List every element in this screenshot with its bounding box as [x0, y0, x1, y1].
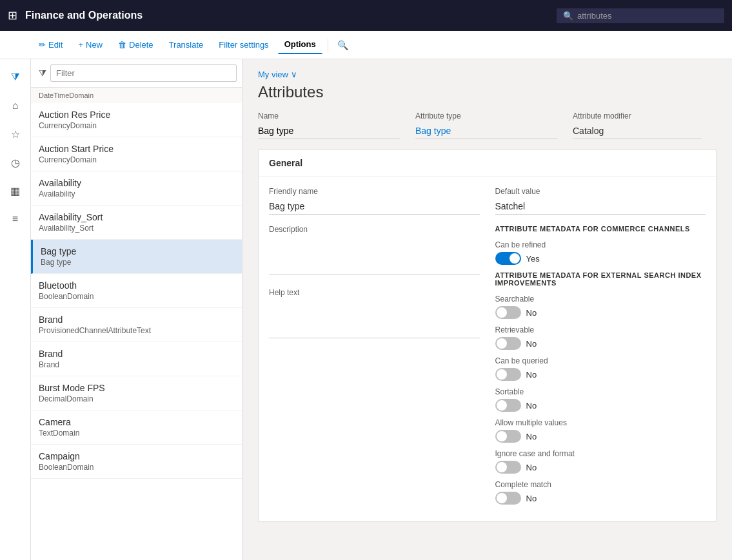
description-group: Description — [269, 225, 480, 278]
general-section-body: Friendly name Bag type Description Help … — [259, 177, 716, 521]
default-value-value: Satchel — [495, 198, 706, 215]
allow-multiple-values-toggle[interactable] — [495, 430, 521, 443]
can-be-queried-value: No — [526, 370, 537, 380]
view-selector-label: My view — [258, 70, 288, 79]
can-be-refined-toggle[interactable] — [495, 252, 521, 265]
workspaces-icon[interactable]: ▦ — [3, 178, 28, 204]
help-text-input[interactable] — [269, 300, 480, 338]
complete-match-group: Complete match No — [495, 480, 706, 505]
toolbar-separator — [328, 39, 328, 52]
edit-button[interactable]: ✏ Edit — [32, 36, 69, 53]
general-section-header: General — [259, 150, 716, 177]
delete-icon: 🗑 — [118, 40, 126, 50]
attribute-modifier-label: Attribute modifier — [573, 111, 702, 121]
main-layout: ⧩ ⌂ ☆ ◷ ▦ ≡ ⧩ DateTimeDomain Auction Res… — [0, 59, 732, 560]
list-item[interactable]: Bluetooth BooleanDomain — [31, 274, 242, 308]
help-text-group: Help text — [269, 288, 480, 341]
search-metadata-title: ATTRIBUTE METADATA FOR EXTERNAL SEARCH I… — [495, 271, 706, 287]
ignore-case-label: Ignore case and format — [495, 449, 706, 458]
sortable-value: No — [526, 401, 537, 410]
list-item-selected[interactable]: Bag type Bag type — [31, 240, 242, 274]
options-button[interactable]: Options — [278, 35, 322, 54]
name-label: Name — [258, 111, 400, 121]
list-items: DateTimeDomain Auction Res Price Currenc… — [31, 88, 242, 560]
searchable-label: Searchable — [495, 294, 706, 304]
list-item[interactable]: Availability Availability — [31, 171, 242, 206]
allow-multiple-values-group: Allow multiple values No — [495, 418, 706, 443]
complete-match-label: Complete match — [495, 480, 706, 489]
delete-button[interactable]: 🗑 Delete — [112, 36, 160, 53]
list-item[interactable]: Camera TextDomain — [31, 410, 242, 445]
can-be-queried-group: Can be queried No — [495, 356, 706, 381]
list-item[interactable]: Auction Start Price CurrencyDomain — [31, 137, 242, 171]
list-item[interactable]: Auction Res Price CurrencyDomain — [31, 103, 242, 137]
sortable-group: Sortable No — [495, 387, 706, 412]
sortable-label: Sortable — [495, 387, 706, 396]
can-be-queried-toggle[interactable] — [495, 368, 521, 381]
home-icon[interactable]: ⌂ — [3, 93, 28, 119]
filter-sidebar-icon[interactable]: ⧩ — [3, 64, 28, 90]
commerce-metadata-section: ATTRIBUTE METADATA FOR COMMERCE CHANNELS… — [495, 225, 706, 265]
toolbar-search-icon[interactable]: 🔍 — [333, 36, 352, 54]
recent-icon[interactable]: ◷ — [3, 150, 28, 175]
commerce-metadata-title: ATTRIBUTE METADATA FOR COMMERCE CHANNELS — [495, 225, 706, 233]
attribute-modifier-field: Attribute modifier Catalog — [573, 111, 702, 139]
list-item[interactable]: Brand ProvisionedChannelAttributeText — [31, 308, 242, 342]
list-filter-bar: ⧩ — [31, 59, 242, 88]
list-header: DateTimeDomain — [31, 88, 242, 103]
attribute-type-field: Attribute type Bag type — [415, 111, 557, 139]
global-search[interactable]: 🔍 — [557, 8, 724, 23]
ignore-case-value: No — [526, 463, 537, 472]
can-be-refined-toggle-wrapper: Yes — [495, 252, 706, 265]
can-be-refined-group: Can be refined Yes — [495, 240, 706, 265]
can-be-queried-label: Can be queried — [495, 356, 706, 365]
friendly-name-label: Friendly name — [269, 187, 480, 196]
global-search-input[interactable] — [577, 11, 713, 21]
list-item[interactable]: Brand Brand — [31, 342, 242, 376]
apps-icon[interactable]: ⊞ — [8, 8, 17, 23]
description-input[interactable] — [269, 237, 480, 275]
list-item[interactable]: Availability_Sort Availability_Sort — [31, 206, 242, 240]
list-item[interactable]: Burst Mode FPS DecimalDomain — [31, 376, 242, 410]
retrievable-group: Retrievable No — [495, 325, 706, 350]
list-item[interactable]: Campaign BooleanDomain — [31, 445, 242, 479]
search-metadata-section: ATTRIBUTE METADATA FOR EXTERNAL SEARCH I… — [495, 271, 706, 505]
toolbar: ✏ Edit + New 🗑 Delete Translate Filter s… — [0, 31, 732, 59]
attribute-type-value: Bag type — [415, 123, 557, 139]
allow-multiple-values-value: No — [526, 432, 537, 441]
searchable-toggle[interactable] — [495, 306, 521, 319]
top-bar: ⊞ Finance and Operations 🔍 — [0, 0, 732, 31]
retrievable-label: Retrievable — [495, 325, 706, 334]
can-be-refined-value: Yes — [526, 254, 540, 264]
general-cols: Friendly name Bag type Description Help … — [269, 187, 706, 511]
can-be-refined-label: Can be refined — [495, 240, 706, 249]
filter-funnel-icon[interactable]: ⧩ — [39, 68, 46, 79]
help-text-label: Help text — [269, 288, 480, 297]
attribute-type-label: Attribute type — [415, 111, 557, 121]
filter-settings-button[interactable]: Filter settings — [212, 36, 275, 53]
favorites-icon[interactable]: ☆ — [3, 121, 28, 147]
description-label: Description — [269, 225, 480, 234]
sortable-toggle[interactable] — [495, 399, 521, 412]
general-section: General Friendly name Bag type Descripti… — [258, 150, 717, 522]
searchable-value: No — [526, 308, 537, 318]
new-button[interactable]: + New — [72, 36, 109, 53]
view-selector[interactable]: My view ∨ — [258, 70, 717, 79]
attribute-modifier-value: Catalog — [573, 123, 702, 139]
ignore-case-toggle[interactable] — [495, 461, 521, 474]
general-right-col: Default value Satchel ATTRIBUTE METADATA… — [495, 187, 706, 511]
search-icon: 🔍 — [563, 11, 573, 21]
complete-match-toggle[interactable] — [495, 492, 521, 505]
modules-icon[interactable]: ≡ — [3, 206, 28, 232]
new-icon: + — [78, 40, 83, 50]
searchable-group: Searchable No — [495, 294, 706, 319]
translate-button[interactable]: Translate — [163, 36, 210, 53]
retrievable-toggle[interactable] — [495, 337, 521, 350]
name-field: Name — [258, 111, 400, 139]
list-filter-input[interactable] — [50, 64, 237, 82]
friendly-name-value: Bag type — [269, 198, 480, 215]
general-left-col: Friendly name Bag type Description Help … — [269, 187, 480, 511]
name-input[interactable] — [258, 123, 400, 139]
chevron-down-icon: ∨ — [291, 70, 297, 79]
default-value-group: Default value Satchel — [495, 187, 706, 215]
